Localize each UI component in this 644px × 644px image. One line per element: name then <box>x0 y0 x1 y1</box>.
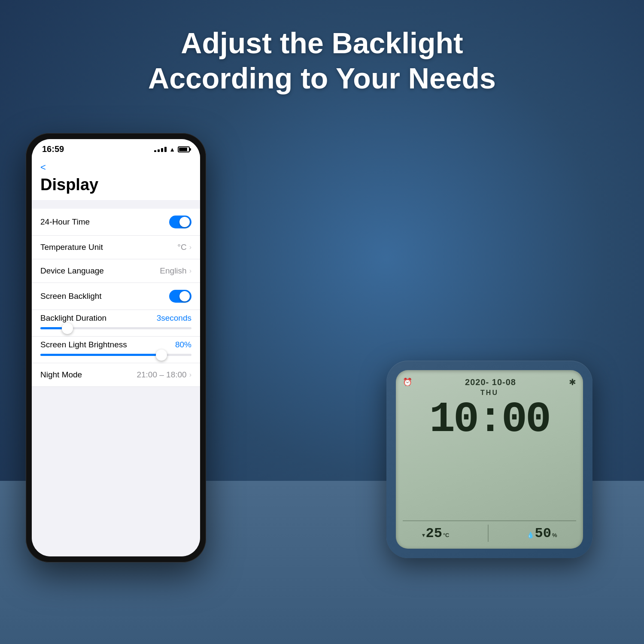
page-title: Display <box>40 176 191 194</box>
setting-label-tempunit: Temperature Unit <box>40 243 103 252</box>
clock-time: 10:00 <box>403 398 576 441</box>
stats-divider <box>488 525 489 542</box>
status-bar: 16:59 ▲ <box>32 139 200 158</box>
slider-thumb-brightness[interactable] <box>156 349 167 361</box>
setting-row-backlight[interactable]: Screen Backlight <box>32 283 200 310</box>
slider-header-duration: Backlight Duration 3seconds <box>40 313 191 323</box>
temp-value: 25 <box>426 526 442 541</box>
setting-value-tempunit: °C › <box>177 243 191 252</box>
slider-thumb-duration[interactable] <box>62 323 73 334</box>
setting-value-text-language: English <box>160 266 186 276</box>
setting-label-language: Device Language <box>40 266 104 276</box>
slider-track-brightness[interactable] <box>40 354 191 356</box>
setting-value-text-nightmode: 21:00 – 18:00 <box>137 370 186 380</box>
status-icons: ▲ <box>154 146 190 153</box>
clock-date: 2020- 10-08 <box>465 377 516 387</box>
toggle-knob-backlight <box>179 291 190 301</box>
clock-humidity: 💧 50 % <box>527 526 557 541</box>
app-content: < Display 24-Hour Time <box>32 158 200 556</box>
toggle-knob-24hour <box>179 217 190 227</box>
slider-label-duration: Backlight Duration <box>40 313 106 323</box>
back-button[interactable]: < <box>40 162 191 173</box>
thermometer-icon: ▾ <box>422 532 425 538</box>
phone-device: 16:59 ▲ < Display <box>26 133 206 562</box>
settings-list: 24-Hour Time Temperature Unit °C › <box>32 200 200 556</box>
setting-section-1: 24-Hour Time Temperature Unit °C › <box>32 209 200 387</box>
setting-row-language[interactable]: Device Language English › <box>32 259 200 283</box>
setting-label-24hour: 24-Hour Time <box>40 217 90 227</box>
toggle-24hour[interactable] <box>169 216 191 228</box>
clock-wrapper: ⏰ 2020- 10-08 ✱ THU 10:00 ▾ 25 °C <box>386 361 592 558</box>
slider-label-brightness: Screen Light Brightness <box>40 340 127 349</box>
setting-value-text-tempunit: °C <box>177 243 186 252</box>
clock-device: ⏰ 2020- 10-08 ✱ THU 10:00 ▾ 25 °C <box>386 361 592 558</box>
main-heading: Adjust the Backlight According to Your N… <box>0 26 644 96</box>
humidity-unit: % <box>552 532 557 538</box>
setting-row-24hour[interactable]: 24-Hour Time <box>32 209 200 236</box>
setting-label-nightmode: Night Mode <box>40 370 82 380</box>
slider-value-duration: 3seconds <box>157 313 191 323</box>
heading-line2: According to Your Needs <box>0 61 644 96</box>
clock-top-bar: ⏰ 2020- 10-08 ✱ <box>403 377 576 387</box>
phone-screen: 16:59 ▲ < Display <box>32 139 200 556</box>
temp-unit: °C <box>443 532 450 538</box>
phone-wrapper: 16:59 ▲ < Display <box>26 133 206 562</box>
battery-icon <box>178 146 190 152</box>
heading-line1: Adjust the Backlight <box>0 26 644 61</box>
humidity-icon: 💧 <box>527 532 534 538</box>
slider-track-duration[interactable] <box>40 327 191 329</box>
toggle-backlight[interactable] <box>169 290 191 303</box>
status-time: 16:59 <box>42 144 64 154</box>
slider-header-brightness: Screen Light Brightness 80% <box>40 340 191 349</box>
clock-stats: ▾ 25 °C 💧 50 % <box>403 520 576 542</box>
bluetooth-icon: ✱ <box>569 377 576 387</box>
alarm-icon: ⏰ <box>403 377 412 387</box>
setting-row-tempunit[interactable]: Temperature Unit °C › <box>32 236 200 259</box>
nav-bar: < Display <box>32 158 200 200</box>
signal-icon <box>154 147 167 152</box>
setting-value-nightmode: 21:00 – 18:00 › <box>137 370 191 380</box>
setting-row-nightmode[interactable]: Night Mode 21:00 – 18:00 › <box>32 363 200 387</box>
humidity-value: 50 <box>535 526 551 541</box>
slider-fill-brightness <box>40 354 161 356</box>
slider-container-brightness: Screen Light Brightness 80% <box>32 337 200 363</box>
setting-label-backlight: Screen Backlight <box>40 292 102 301</box>
chevron-icon-nightmode: › <box>189 371 191 379</box>
slider-container-duration: Backlight Duration 3seconds <box>32 310 200 337</box>
wifi-icon: ▲ <box>169 146 175 153</box>
slider-value-brightness: 80% <box>175 340 191 349</box>
chevron-icon-tempunit: › <box>189 243 191 251</box>
chevron-icon-language: › <box>189 267 191 275</box>
clock-screen: ⏰ 2020- 10-08 ✱ THU 10:00 ▾ 25 °C <box>396 370 583 549</box>
clock-temperature: ▾ 25 °C <box>422 526 450 541</box>
setting-value-language: English › <box>160 266 191 276</box>
